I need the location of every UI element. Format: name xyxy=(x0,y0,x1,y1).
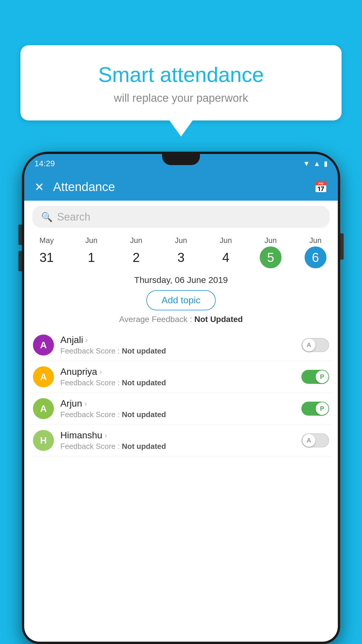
student-score: Feedback Score : Not updated xyxy=(60,410,301,419)
speech-bubble-arrow xyxy=(169,120,193,136)
date-cell-jun5[interactable]: Jun 5 xyxy=(248,236,293,268)
date-month: Jun xyxy=(293,236,338,245)
chevron-right-icon: › xyxy=(105,431,107,440)
search-bar: 🔍 Search xyxy=(24,201,338,233)
search-placeholder: Search xyxy=(57,211,90,223)
date-cell-jun6[interactable]: Jun 6 xyxy=(293,236,338,268)
toggle-off[interactable]: A xyxy=(301,338,329,352)
avatar: A xyxy=(33,398,54,419)
date-month: May xyxy=(24,236,69,245)
chevron-right-icon: › xyxy=(85,400,87,408)
phone-frame: 14:29 ▼ ▲ ▮ ✕ Attendance 📅 🔍 Search xyxy=(22,152,340,644)
speech-bubble-subtitle: will replace your paperwork xyxy=(44,92,318,104)
search-input-container[interactable]: 🔍 Search xyxy=(32,206,330,228)
close-button[interactable]: ✕ xyxy=(34,180,44,194)
calendar-icon[interactable]: 📅 xyxy=(314,181,328,193)
student-score: Feedback Score : Not updated xyxy=(60,442,301,451)
toggle-on[interactable]: P xyxy=(301,370,329,384)
student-name: Anjali › xyxy=(60,335,301,345)
power-button xyxy=(340,233,344,260)
volume-up-button xyxy=(18,225,22,245)
toggle-knob: A xyxy=(303,339,315,351)
avg-feedback: Average Feedback : Not Updated xyxy=(24,315,338,324)
status-icons: ▼ ▲ ▮ xyxy=(303,160,328,168)
app-bar-title: Attendance xyxy=(53,180,314,194)
student-info[interactable]: Anjali › Feedback Score : Not updated xyxy=(60,335,301,356)
student-info[interactable]: Himanshu › Feedback Score : Not updated xyxy=(60,430,301,451)
student-info[interactable]: Arjun › Feedback Score : Not updated xyxy=(60,398,301,419)
date-month: Jun xyxy=(159,236,203,245)
date-day-selected-green: 5 xyxy=(260,246,282,268)
speech-bubble-title: Smart attendance xyxy=(44,63,318,87)
date-day: 2 xyxy=(125,246,147,268)
date-month: Jun xyxy=(69,236,114,245)
attendance-toggle[interactable]: A xyxy=(301,338,329,352)
student-name: Arjun › xyxy=(60,398,301,409)
date-month: Jun xyxy=(248,236,293,245)
date-cell-may31[interactable]: May 31 xyxy=(24,236,69,268)
toggle-knob: P xyxy=(316,402,328,415)
selected-date-text: Thursday, 06 June 2019 xyxy=(24,270,338,287)
student-name: Anupriya › xyxy=(60,366,301,377)
toggle-on[interactable]: P xyxy=(301,402,329,416)
avg-feedback-value: Not Updated xyxy=(194,315,243,324)
screen-body: 🔍 Search May 31 Jun 1 Jun xyxy=(24,201,338,642)
date-cell-jun1[interactable]: Jun 1 xyxy=(69,236,114,268)
date-day-selected-blue: 6 xyxy=(305,246,326,268)
status-time: 14:29 xyxy=(34,159,55,168)
date-month: Jun xyxy=(114,236,159,245)
search-icon: 🔍 xyxy=(41,211,53,223)
date-cell-jun2[interactable]: Jun 2 xyxy=(114,236,159,268)
avatar: H xyxy=(33,430,54,451)
toggle-knob: P xyxy=(316,370,328,383)
date-cell-jun4[interactable]: Jun 4 xyxy=(203,236,248,268)
speech-bubble: Smart attendance will replace your paper… xyxy=(20,45,342,120)
notch xyxy=(162,154,200,165)
wifi-icon: ▼ xyxy=(303,160,310,168)
date-cell-jun3[interactable]: Jun 3 xyxy=(159,236,203,268)
date-day: 3 xyxy=(170,246,192,268)
list-item: A Anupriya › Feedback Score : Not update… xyxy=(30,361,332,393)
date-strip: May 31 Jun 1 Jun 2 Jun 3 xyxy=(24,233,338,270)
battery-icon: ▮ xyxy=(324,160,328,168)
avg-feedback-label: Average Feedback : xyxy=(119,315,192,324)
attendance-toggle[interactable]: P xyxy=(301,370,329,384)
student-score: Feedback Score : Not updated xyxy=(60,346,301,356)
chevron-right-icon: › xyxy=(85,336,88,344)
avatar: A xyxy=(33,366,54,387)
toggle-knob: A xyxy=(303,434,315,447)
toggle-off[interactable]: A xyxy=(301,433,329,447)
phone-screen: 14:29 ▼ ▲ ▮ ✕ Attendance 📅 🔍 Search xyxy=(24,154,338,642)
attendance-toggle[interactable]: A xyxy=(301,433,329,447)
student-list: A Anjali › Feedback Score : Not updated … xyxy=(24,329,338,456)
student-score: Feedback Score : Not updated xyxy=(60,378,301,387)
list-item: A Arjun › Feedback Score : Not updated P xyxy=(30,393,332,425)
speech-bubble-container: Smart attendance will replace your paper… xyxy=(20,45,342,136)
date-month: Jun xyxy=(203,236,248,245)
list-item: A Anjali › Feedback Score : Not updated … xyxy=(30,329,332,361)
date-day: 1 xyxy=(80,246,102,268)
signal-icon: ▲ xyxy=(313,160,320,168)
volume-down-button xyxy=(18,251,22,271)
student-name: Himanshu › xyxy=(60,430,301,441)
add-topic-button[interactable]: Add topic xyxy=(146,290,215,310)
avatar: A xyxy=(33,335,54,356)
status-bar: 14:29 ▼ ▲ ▮ xyxy=(24,154,338,173)
date-day: 31 xyxy=(36,246,57,268)
app-bar: ✕ Attendance 📅 xyxy=(24,173,338,201)
student-info[interactable]: Anupriya › Feedback Score : Not updated xyxy=(60,366,301,387)
date-day: 4 xyxy=(215,246,237,268)
list-item: H Himanshu › Feedback Score : Not update… xyxy=(30,425,332,456)
chevron-right-icon: › xyxy=(99,368,102,376)
attendance-toggle[interactable]: P xyxy=(301,402,329,416)
